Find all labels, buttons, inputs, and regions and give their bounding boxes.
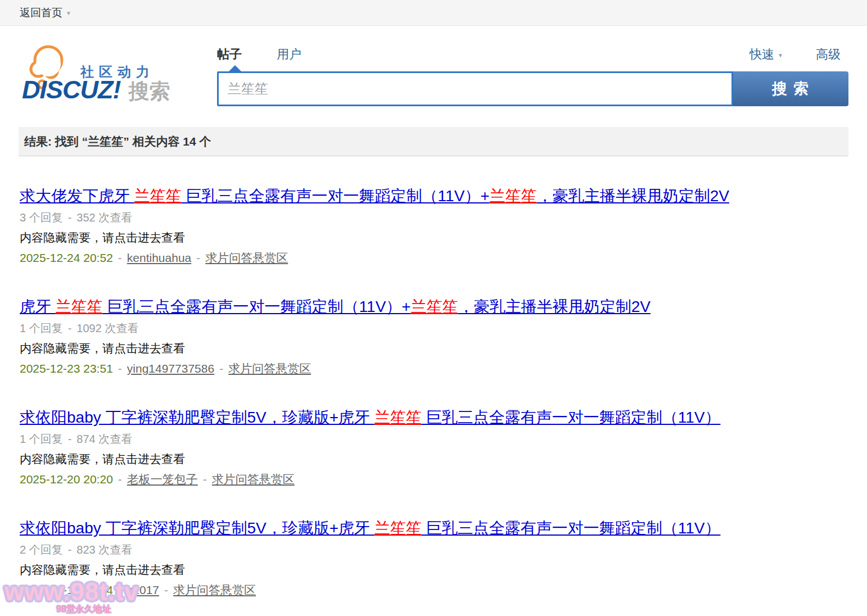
search-input[interactable] bbox=[217, 71, 733, 106]
result-footer: 2025-12-24 20:52-kentihuahua-求片问答悬赏区 bbox=[20, 248, 847, 268]
search-area: 帖子 用户 快速▼ 高级 搜 索 bbox=[217, 46, 848, 112]
result-forum-link[interactable]: 求片问答悬赏区 bbox=[212, 473, 295, 486]
result-title-link[interactable]: 虎牙 兰笙笙 巨乳三点全露有声一对一舞蹈定制（11V）+兰笙笙，豪乳主播半裸甩奶… bbox=[20, 296, 651, 318]
result-replies: 3 个回复 bbox=[20, 211, 63, 224]
result-note: 内容隐藏需要，请点击进去查看 bbox=[20, 449, 847, 469]
result-views: 352 次查看 bbox=[76, 211, 132, 224]
advanced-search-link[interactable]: 高级 bbox=[816, 47, 841, 61]
result-forum-link[interactable]: 求片问答悬赏区 bbox=[173, 583, 256, 596]
caret-down-icon: ▼ bbox=[778, 52, 783, 58]
result-meta: 1 个回复-1092 次查看 bbox=[20, 318, 847, 338]
foot-separator: - bbox=[196, 251, 200, 264]
result-meta: 2 个回复-823 次查看 bbox=[20, 540, 847, 560]
result-date: 2025-12-23 23:51 bbox=[20, 362, 113, 375]
discuz-logo[interactable]: 社区动力 DISCUZ!搜索 bbox=[22, 46, 193, 112]
result-forum-link[interactable]: 求片问答悬赏区 bbox=[205, 251, 288, 264]
foot-separator: - bbox=[118, 583, 122, 596]
result-note: 内容隐藏需要，请点击进去查看 bbox=[20, 560, 847, 580]
meta-separator: - bbox=[68, 433, 72, 445]
results-list: 求大佬发下虎牙 兰笙笙 巨乳三点全露有声一对一舞蹈定制（11V）+兰笙笙，豪乳主… bbox=[19, 156, 848, 600]
result-item: 求依阳baby 丁字裤深勒肥臀定制5V，珍藏版+虎牙 兰笙笙 巨乳三点全露有声一… bbox=[20, 517, 847, 600]
result-date: 2025-12-17 00:04 bbox=[20, 583, 113, 596]
search-button[interactable]: 搜 索 bbox=[733, 71, 848, 106]
result-views: 823 次查看 bbox=[76, 543, 132, 556]
foot-separator: - bbox=[118, 362, 122, 375]
watermark-sub-text: 98堂永久地址 bbox=[56, 604, 138, 615]
result-replies: 1 个回复 bbox=[20, 322, 63, 334]
result-item: 求大佬发下虎牙 兰笙笙 巨乳三点全露有声一对一舞蹈定制（11V）+兰笙笙，豪乳主… bbox=[20, 185, 847, 268]
result-item: 虎牙 兰笙笙 巨乳三点全露有声一对一舞蹈定制（11V）+兰笙笙，豪乳主播半裸甩奶… bbox=[20, 296, 847, 379]
result-author-link[interactable]: ying1497737586 bbox=[127, 362, 214, 375]
logo-product-text: 搜索 bbox=[128, 80, 170, 103]
foot-separator: - bbox=[118, 251, 122, 264]
logo-brand-text: DISCUZ! bbox=[22, 75, 120, 104]
meta-separator: - bbox=[68, 543, 72, 556]
result-meta: 3 个回复-352 次查看 bbox=[20, 207, 847, 228]
meta-separator: - bbox=[68, 211, 72, 224]
foot-separator: - bbox=[219, 362, 223, 375]
header: 社区动力 DISCUZ!搜索 帖子 用户 快速▼ 高级 搜 索 bbox=[19, 26, 848, 112]
active-tab-pointer bbox=[229, 65, 241, 71]
topbar: 返回首页▼ bbox=[0, 0, 867, 26]
result-views: 1092 次查看 bbox=[76, 322, 138, 334]
results-summary: 结果: 找到 “兰笙笙” 相关内容 14 个 bbox=[19, 127, 848, 156]
quick-search-link[interactable]: 快速▼ bbox=[749, 47, 783, 61]
result-note: 内容隐藏需要，请点击进去查看 bbox=[20, 228, 847, 248]
meta-separator: - bbox=[68, 322, 72, 334]
result-views: 874 次查看 bbox=[76, 433, 132, 445]
result-forum-link[interactable]: 求片问答悬赏区 bbox=[228, 362, 311, 375]
result-author-link[interactable]: z1017 bbox=[127, 583, 159, 596]
result-note: 内容隐藏需要，请点击进去查看 bbox=[20, 338, 847, 359]
back-home-link[interactable]: 返回首页▼ bbox=[20, 0, 71, 26]
result-author-link[interactable]: kentihuahua bbox=[127, 251, 191, 264]
result-title-link[interactable]: 求依阳baby 丁字裤深勒肥臀定制5V，珍藏版+虎牙 兰笙笙 巨乳三点全露有声一… bbox=[20, 406, 720, 429]
result-date: 2025-12-24 20:52 bbox=[20, 251, 113, 264]
caret-down-icon: ▼ bbox=[66, 1, 71, 26]
search-box: 搜 索 bbox=[217, 71, 848, 106]
tab-users[interactable]: 用户 bbox=[277, 46, 301, 63]
foot-separator: - bbox=[118, 473, 122, 486]
quick-search-label: 快速 bbox=[749, 47, 774, 61]
result-footer: 2025-12-20 20:20-老板一笼包子-求片问答悬赏区 bbox=[20, 469, 847, 490]
search-tabs: 帖子 用户 bbox=[217, 46, 749, 63]
result-footer: 2025-12-17 00:04-z1017-求片问答悬赏区 bbox=[20, 580, 847, 600]
foot-separator: - bbox=[203, 473, 207, 486]
foot-separator: - bbox=[164, 583, 168, 596]
result-title-link[interactable]: 求依阳baby 丁字裤深勒肥臀定制5V，珍藏版+虎牙 兰笙笙 巨乳三点全露有声一… bbox=[20, 517, 720, 540]
result-replies: 2 个回复 bbox=[20, 543, 63, 556]
result-title-link[interactable]: 求大佬发下虎牙 兰笙笙 巨乳三点全露有声一对一舞蹈定制（11V）+兰笙笙，豪乳主… bbox=[20, 185, 729, 207]
result-replies: 1 个回复 bbox=[20, 433, 63, 445]
back-home-label: 返回首页 bbox=[20, 7, 62, 19]
result-date: 2025-12-20 20:20 bbox=[20, 473, 113, 486]
result-item: 求依阳baby 丁字裤深勒肥臀定制5V，珍藏版+虎牙 兰笙笙 巨乳三点全露有声一… bbox=[20, 406, 847, 490]
result-author-link[interactable]: 老板一笼包子 bbox=[127, 473, 198, 486]
result-footer: 2025-12-23 23:51-ying1497737586-求片问答悬赏区 bbox=[20, 359, 847, 379]
result-meta: 1 个回复-874 次查看 bbox=[20, 429, 847, 449]
tab-posts[interactable]: 帖子 bbox=[217, 46, 242, 63]
